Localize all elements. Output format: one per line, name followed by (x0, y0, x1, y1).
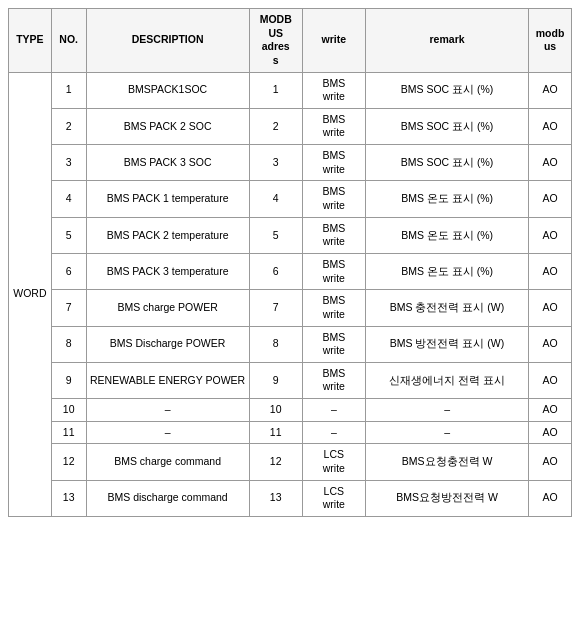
row-remark: BMS SOC 표시 (%) (365, 145, 528, 181)
header-modbus-address: MODBUSadress (249, 9, 302, 73)
row-description: – (86, 421, 249, 444)
row-modbus-address: 7 (249, 290, 302, 326)
row-remark: BMS 온도 표시 (%) (365, 217, 528, 253)
header-no: NO. (51, 9, 86, 73)
row-modbus: AO (529, 145, 572, 181)
row-write: BMSwrite (302, 72, 365, 108)
row-description: BMS charge POWER (86, 290, 249, 326)
row-description: BMS PACK 2 SOC (86, 108, 249, 144)
row-description: BMS PACK 3 temperature (86, 253, 249, 289)
row-no: 8 (51, 326, 86, 362)
row-modbus-address: 11 (249, 421, 302, 444)
row-description: BMS PACK 2 temperature (86, 217, 249, 253)
row-modbus: AO (529, 421, 572, 444)
row-no: 3 (51, 145, 86, 181)
row-description: RENEWABLE ENERGY POWER (86, 362, 249, 398)
header-type: TYPE (9, 9, 52, 73)
row-no: 12 (51, 444, 86, 480)
row-write: BMSwrite (302, 145, 365, 181)
row-modbus-address: 13 (249, 480, 302, 516)
row-remark: BMS요청충전력 W (365, 444, 528, 480)
row-modbus-address: 5 (249, 217, 302, 253)
row-no: 4 (51, 181, 86, 217)
table-wrapper: TYPE NO. DESCRIPTION MODBUSadress write … (0, 0, 580, 525)
row-write: LCSwrite (302, 480, 365, 516)
row-modbus-address: 3 (249, 145, 302, 181)
row-modbus: AO (529, 362, 572, 398)
row-no: 1 (51, 72, 86, 108)
row-modbus: AO (529, 253, 572, 289)
row-description: BMS discharge command (86, 480, 249, 516)
row-no: 2 (51, 108, 86, 144)
row-modbus-address: 10 (249, 399, 302, 422)
header-modbus: modbus (529, 9, 572, 73)
row-write: – (302, 399, 365, 422)
type-cell: WORD (9, 72, 52, 516)
row-remark: BMS SOC 표시 (%) (365, 108, 528, 144)
row-write: BMSwrite (302, 362, 365, 398)
row-modbus: AO (529, 480, 572, 516)
row-write: BMSwrite (302, 326, 365, 362)
row-no: 13 (51, 480, 86, 516)
row-modbus-address: 4 (249, 181, 302, 217)
row-modbus: AO (529, 108, 572, 144)
row-remark: BMS 온도 표시 (%) (365, 181, 528, 217)
row-write: BMSwrite (302, 290, 365, 326)
row-remark: – (365, 399, 528, 422)
row-write: BMSwrite (302, 181, 365, 217)
row-modbus: AO (529, 444, 572, 480)
row-no: 7 (51, 290, 86, 326)
row-write: BMSwrite (302, 217, 365, 253)
row-remark: BMS요청방전전력 W (365, 480, 528, 516)
row-modbus: AO (529, 217, 572, 253)
row-no: 10 (51, 399, 86, 422)
row-modbus-address: 6 (249, 253, 302, 289)
row-no: 11 (51, 421, 86, 444)
row-modbus-address: 2 (249, 108, 302, 144)
row-description: BMS Discharge POWER (86, 326, 249, 362)
header-description: DESCRIPTION (86, 9, 249, 73)
row-write: – (302, 421, 365, 444)
row-modbus-address: 9 (249, 362, 302, 398)
row-remark: 신재생에너지 전력 표시 (365, 362, 528, 398)
row-modbus: AO (529, 181, 572, 217)
row-no: 9 (51, 362, 86, 398)
data-table: TYPE NO. DESCRIPTION MODBUSadress write … (8, 8, 572, 517)
row-no: 5 (51, 217, 86, 253)
row-modbus-address: 12 (249, 444, 302, 480)
row-write: BMSwrite (302, 253, 365, 289)
row-description: – (86, 399, 249, 422)
row-modbus: AO (529, 290, 572, 326)
row-remark: BMS 방전전력 표시 (W) (365, 326, 528, 362)
row-remark: – (365, 421, 528, 444)
row-modbus: AO (529, 399, 572, 422)
row-modbus: AO (529, 72, 572, 108)
row-modbus-address: 8 (249, 326, 302, 362)
header-write: write (302, 9, 365, 73)
header-remark: remark (365, 9, 528, 73)
row-modbus-address: 1 (249, 72, 302, 108)
row-remark: BMS 온도 표시 (%) (365, 253, 528, 289)
row-remark: BMS SOC 표시 (%) (365, 72, 528, 108)
row-description: BMS PACK 3 SOC (86, 145, 249, 181)
row-description: BMSPACK1SOC (86, 72, 249, 108)
row-modbus: AO (529, 326, 572, 362)
row-write: BMSwrite (302, 108, 365, 144)
row-no: 6 (51, 253, 86, 289)
row-write: LCSwrite (302, 444, 365, 480)
row-description: BMS PACK 1 temperature (86, 181, 249, 217)
row-remark: BMS 충전전력 표시 (W) (365, 290, 528, 326)
row-description: BMS charge command (86, 444, 249, 480)
